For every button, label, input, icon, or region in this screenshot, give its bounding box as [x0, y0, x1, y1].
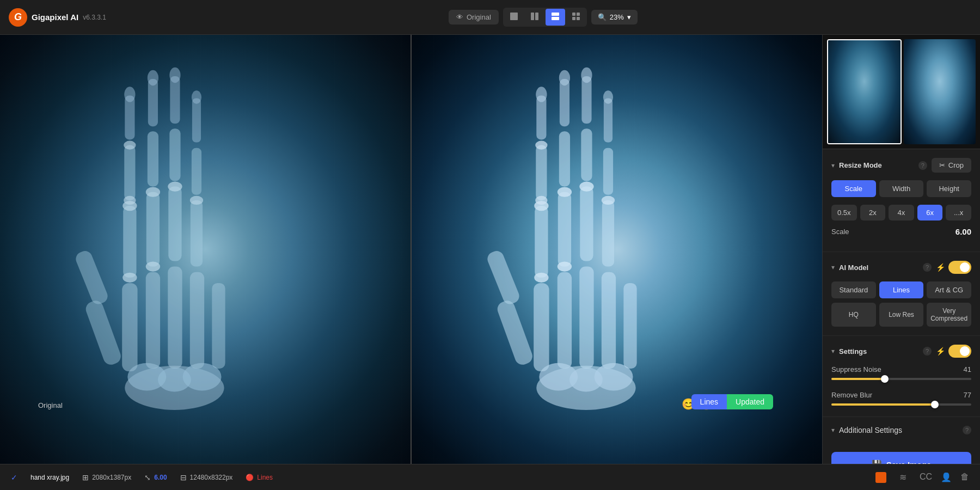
hq-quality-button[interactable]: HQ: [831, 303, 876, 327]
zoom-control[interactable]: 🔍 23% ▾: [591, 10, 638, 24]
original-panel: Original: [0, 35, 412, 464]
scale-mode-button[interactable]: Scale: [831, 180, 876, 197]
cc-icon[interactable]: CC: [920, 472, 932, 482]
svg-rect-15: [168, 267, 182, 369]
scale-6x-button[interactable]: 6x: [917, 205, 943, 220]
svg-rect-39: [191, 200, 203, 267]
svg-rect-32: [148, 79, 158, 126]
split-horizontal-view-button[interactable]: [546, 9, 565, 26]
svg-rect-13: [122, 283, 137, 371]
ai-model-toggle[interactable]: [948, 261, 971, 274]
svg-rect-19: [74, 249, 109, 306]
scale-2x-button[interactable]: 2x: [860, 205, 886, 220]
original-dims-value: 2080x1387px: [92, 474, 131, 481]
remove-blur-label: Remove Blur: [831, 391, 872, 399]
scale-preset-buttons: 0.5x 2x 4x 6x ...x: [831, 205, 971, 220]
svg-rect-16: [190, 272, 204, 369]
svg-rect-53: [495, 298, 535, 366]
scale-custom-button[interactable]: ...x: [946, 205, 971, 220]
resize-mode-chevron[interactable]: ▾: [831, 162, 835, 169]
ai-model-chevron[interactable]: ▾: [831, 264, 835, 271]
svg-rect-6: [577, 13, 580, 16]
svg-point-30: [146, 261, 160, 271]
svg-point-40: [190, 196, 203, 205]
svg-point-24: [124, 141, 136, 150]
split-vertical-view-button[interactable]: [525, 9, 544, 26]
crop-button[interactable]: ✂ Crop: [932, 158, 971, 173]
model-badge: Lines Updated: [691, 394, 773, 409]
wave-item: ≋: [899, 472, 906, 482]
settings-title: Settings: [839, 347, 918, 356]
resize-mode-section: ▾ Resize Mode ? ✂ Crop Scale Width Heigh…: [823, 149, 980, 252]
resize-mode-help[interactable]: ?: [918, 161, 927, 170]
lines-model-button[interactable]: Lines: [879, 281, 924, 298]
remove-blur-section: Remove Blur 77: [831, 391, 971, 406]
settings-header: ▾ Settings ? ⚡: [831, 345, 971, 358]
height-mode-button[interactable]: Height: [927, 180, 971, 197]
settings-help[interactable]: ?: [923, 347, 932, 356]
save-image-button[interactable]: 💾 Save Image: [831, 452, 971, 464]
svg-point-62: [536, 87, 547, 102]
svg-rect-34: [168, 187, 181, 261]
artcg-model-button[interactable]: Art & CG: [927, 281, 971, 298]
settings-chevron[interactable]: ▾: [831, 347, 835, 355]
svg-rect-20: [123, 206, 136, 278]
view-toggle-group: [503, 8, 587, 27]
original-label: Original: [38, 401, 63, 409]
scale-0.5x-button[interactable]: 0.5x: [831, 205, 857, 220]
settings-lightning-icon: ⚡: [936, 347, 945, 356]
remove-blur-thumb[interactable]: [931, 401, 939, 408]
grid-view-button[interactable]: [566, 9, 586, 26]
ai-model-help[interactable]: ?: [923, 263, 932, 272]
scale-4x-button[interactable]: 4x: [889, 205, 914, 220]
person-icon[interactable]: 👤: [941, 472, 952, 482]
additional-settings-chevron[interactable]: ▾: [831, 426, 835, 434]
zoom-icon: 🔍: [598, 13, 607, 21]
ai-model-toggle-area: ⚡: [936, 261, 971, 274]
suppress-noise-fill: [831, 378, 885, 380]
resize-mode-title: Resize Mode: [839, 161, 914, 169]
additional-settings-label: Additional Settings: [839, 426, 958, 434]
preview-thumb-2[interactable]: [904, 39, 976, 144]
grid-icon: [572, 12, 580, 21]
svg-point-35: [168, 181, 182, 191]
suppress-noise-slider[interactable]: [831, 378, 971, 380]
model-label-item: 🔴 Lines: [246, 474, 273, 481]
svg-point-73: [581, 68, 592, 83]
remove-blur-slider[interactable]: [831, 403, 971, 406]
original-view-button[interactable]: 👁 Original: [449, 10, 499, 24]
suppress-noise-thumb[interactable]: [881, 375, 889, 383]
trash-icon[interactable]: 🗑: [960, 472, 969, 482]
svg-point-25: [124, 196, 136, 205]
svg-rect-5: [572, 13, 575, 16]
svg-rect-31: [148, 131, 158, 186]
preview-thumb-1[interactable]: [827, 39, 902, 144]
quality-buttons: HQ Low Res Very Compressed: [831, 303, 971, 327]
resize-mode-buttons: Scale Width Height: [831, 180, 971, 197]
additional-settings-help[interactable]: ?: [963, 426, 971, 434]
svg-rect-69: [580, 187, 593, 261]
lowres-quality-button[interactable]: Low Res: [879, 303, 924, 327]
svg-rect-3: [552, 13, 559, 16]
suppress-noise-section: Suppress Noise 41: [831, 365, 971, 380]
settings-toggle[interactable]: [948, 345, 971, 358]
svg-rect-52: [623, 283, 636, 369]
scale-value: 6.00: [154, 474, 167, 481]
split-v-icon: [530, 12, 539, 21]
svg-point-27: [124, 87, 135, 102]
svg-rect-50: [579, 267, 593, 369]
standard-model-button[interactable]: Standard: [831, 281, 876, 298]
output-dims-icon: ⊟: [180, 473, 187, 482]
model-badge-updated-label: Updated: [727, 394, 773, 409]
output-dims-item: ⊟ 12480x8322px: [180, 473, 233, 482]
original-dims-item: ⊞ 2080x1387px: [82, 473, 131, 482]
model-label-icon: 🔴: [246, 474, 254, 481]
svg-rect-54: [485, 249, 521, 306]
color-box-icon: [875, 472, 886, 483]
width-mode-button[interactable]: Width: [879, 180, 924, 197]
single-view-button[interactable]: [504, 9, 524, 26]
wave-icon: ≋: [899, 472, 906, 482]
remove-blur-value: 77: [964, 391, 971, 399]
very-compressed-quality-button[interactable]: Very Compressed: [927, 303, 971, 327]
app-version: v6.3.3.1: [83, 14, 106, 21]
